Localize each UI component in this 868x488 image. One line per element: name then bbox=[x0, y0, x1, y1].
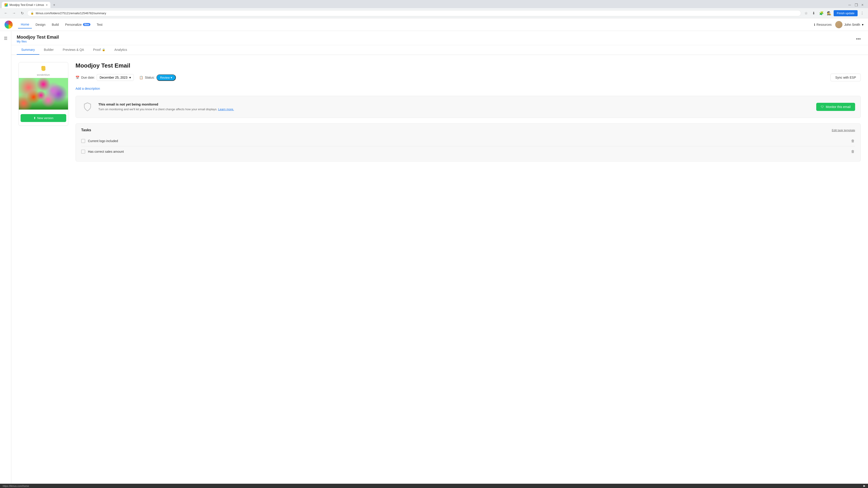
email-preview: wonderblum ⬆ New version bbox=[19, 62, 68, 126]
left-panel: wonderblum ⬆ New version bbox=[19, 62, 68, 162]
more-btn[interactable]: ⋮ bbox=[859, 10, 865, 16]
chevron-down-icon: ▾ bbox=[170, 76, 172, 79]
browser-chrome: Moodjoy Test Email > Litmus × + ─ ❐ × ← … bbox=[0, 0, 868, 18]
main-content: Moodjoy Test Email My files ••• Summary … bbox=[11, 31, 868, 488]
window-controls: ─ ❐ × bbox=[846, 3, 866, 7]
task-delete-2[interactable]: 🗑 bbox=[850, 149, 855, 154]
nav-design[interactable]: Design bbox=[33, 21, 48, 28]
calendar-icon: 📅 bbox=[75, 76, 79, 79]
task-label-1: Current logo included bbox=[88, 139, 848, 143]
extensions-btn[interactable]: 🧩 bbox=[818, 10, 825, 16]
restore-btn[interactable]: ❐ bbox=[855, 3, 858, 7]
email-name: Moodjoy Test Email bbox=[75, 62, 861, 69]
tab-title: Moodjoy Test Email > Litmus bbox=[9, 3, 44, 6]
tab-close-btn[interactable]: × bbox=[46, 3, 48, 7]
tab-favicon bbox=[4, 3, 8, 6]
sidebar-toggle-btn[interactable]: ☰ bbox=[2, 35, 9, 42]
task-delete-1[interactable]: 🗑 bbox=[850, 138, 855, 143]
status-label: Status: bbox=[145, 76, 155, 79]
due-date-label: Due date: bbox=[81, 76, 95, 79]
nav-test[interactable]: Test bbox=[94, 21, 105, 28]
tab-builder[interactable]: Builder bbox=[39, 45, 58, 55]
avatar bbox=[835, 21, 842, 28]
upload-icon: ⬆ bbox=[33, 116, 36, 120]
app-logo[interactable] bbox=[4, 21, 13, 29]
due-date-item: 📅 Due date: December 25, 2023 ▾ bbox=[75, 74, 134, 81]
app-nav: Home Design Build Personalize New Test bbox=[18, 21, 814, 29]
user-name: John Smith bbox=[844, 23, 860, 26]
forward-btn[interactable]: → bbox=[11, 10, 17, 16]
browser-tabs: Moodjoy Test Email > Litmus × + ─ ❐ × bbox=[0, 0, 868, 8]
new-tab-btn[interactable]: + bbox=[51, 2, 57, 8]
address-bar[interactable]: 🔒 litmus.com/folders/275121/emails/12546… bbox=[27, 10, 801, 16]
chevron-down-icon: ▾ bbox=[862, 23, 864, 26]
active-tab[interactable]: Moodjoy Test Email > Litmus × bbox=[2, 2, 51, 8]
breadcrumb[interactable]: My files bbox=[17, 40, 852, 43]
monitor-email-button[interactable]: 🛡 Monitor this email bbox=[816, 103, 855, 111]
flowers-graphic bbox=[19, 78, 68, 109]
task-checkbox-1[interactable] bbox=[81, 139, 85, 143]
status-badge[interactable]: Review ▾ bbox=[156, 74, 176, 81]
page-content: wonderblum ⬆ New version bbox=[11, 55, 868, 169]
task-label-2: Has correct sales amount bbox=[88, 150, 848, 153]
tasks-header: Tasks Edit task template bbox=[81, 128, 855, 132]
learn-more-link[interactable]: Learn more. bbox=[218, 107, 234, 111]
monitor-card: This email is not yet being monitored Tu… bbox=[75, 96, 861, 118]
email-meta: 📅 Due date: December 25, 2023 ▾ 📋 Status… bbox=[75, 74, 861, 81]
status-icon: 📋 bbox=[139, 76, 143, 79]
new-version-button[interactable]: ⬆ New version bbox=[21, 114, 66, 122]
email-title: Moodjoy Test Email bbox=[17, 35, 852, 40]
user-menu[interactable]: John Smith ▾ bbox=[835, 21, 864, 28]
browser-toolbar: ← → ↻ 🔒 litmus.com/folders/275121/emails… bbox=[0, 8, 868, 18]
back-btn[interactable]: ← bbox=[3, 10, 9, 16]
nav-build[interactable]: Build bbox=[49, 21, 61, 28]
app-header: Home Design Build Personalize New Test ℹ… bbox=[0, 18, 868, 31]
personalize-badge: New bbox=[83, 23, 90, 26]
sidebar: ☰ bbox=[0, 31, 11, 488]
task-item: Current logo included 🗑 bbox=[81, 136, 855, 147]
email-menu-btn[interactable]: ••• bbox=[854, 35, 863, 42]
shield-icon-wrap bbox=[81, 101, 94, 113]
avatar-image bbox=[835, 21, 842, 28]
right-panel: Moodjoy Test Email 📅 Due date: December … bbox=[75, 62, 861, 162]
edit-task-template-link[interactable]: Edit task template bbox=[832, 129, 855, 132]
scroll-indicator: ▶ bbox=[864, 484, 865, 487]
app-body: ☰ Moodjoy Test Email My files ••• Summar… bbox=[0, 31, 868, 488]
status-item: 📋 Status: Review ▾ bbox=[139, 74, 176, 81]
toolbar-right: ☆ ⬇ 🧩 🕵 Finish update ⋮ bbox=[803, 10, 865, 16]
nav-home[interactable]: Home bbox=[18, 21, 32, 29]
brand-name: wonderblum bbox=[37, 74, 50, 76]
monitor-title: This email is not yet being monitored bbox=[98, 102, 812, 106]
bookmark-btn[interactable]: ☆ bbox=[803, 10, 809, 16]
resources-btn[interactable]: ℹ Resources bbox=[814, 23, 832, 26]
tab-analytics[interactable]: Analytics bbox=[110, 45, 131, 55]
download-btn[interactable]: ⬇ bbox=[811, 10, 817, 16]
lock-icon: 🔒 bbox=[102, 48, 105, 51]
finish-update-button[interactable]: Finish update bbox=[834, 10, 858, 16]
wonderblum-icon bbox=[39, 66, 48, 73]
sync-esp-button[interactable]: Sync with ESP bbox=[831, 74, 861, 81]
task-item: Has correct sales amount 🗑 bbox=[81, 147, 855, 157]
tab-previews-qa[interactable]: Previews & QA bbox=[58, 45, 89, 55]
status-url: https://litmus.com/home bbox=[3, 485, 29, 487]
due-date-picker[interactable]: December 25, 2023 ▾ bbox=[97, 74, 134, 81]
lock-icon: 🔒 bbox=[31, 11, 34, 15]
shield-check-icon: 🛡 bbox=[821, 105, 824, 109]
incognito-btn[interactable]: 🕵 bbox=[826, 10, 832, 16]
tab-summary[interactable]: Summary bbox=[17, 45, 39, 55]
url-text: litmus.com/folders/275121/emails/1254678… bbox=[36, 11, 798, 15]
add-description-link[interactable]: Add a description bbox=[75, 87, 100, 90]
minimize-btn[interactable]: ─ bbox=[848, 3, 851, 7]
close-btn[interactable]: × bbox=[862, 3, 864, 7]
tab-proof[interactable]: Proof 🔒 bbox=[89, 45, 110, 55]
nav-personalize[interactable]: Personalize New bbox=[62, 21, 93, 28]
preview-brand: wonderblum bbox=[19, 62, 68, 78]
tasks-section: Tasks Edit task template Current logo in… bbox=[75, 123, 861, 162]
task-checkbox-2[interactable] bbox=[81, 150, 85, 154]
monitor-description: Turn on monitoring and we'll let you kno… bbox=[98, 107, 812, 111]
email-header: Moodjoy Test Email My files ••• bbox=[11, 31, 868, 45]
monitor-text: This email is not yet being monitored Tu… bbox=[98, 102, 812, 111]
preview-image bbox=[19, 78, 68, 109]
refresh-btn[interactable]: ↻ bbox=[19, 10, 25, 16]
header-right: ℹ Resources John Smith ▾ bbox=[814, 21, 864, 28]
